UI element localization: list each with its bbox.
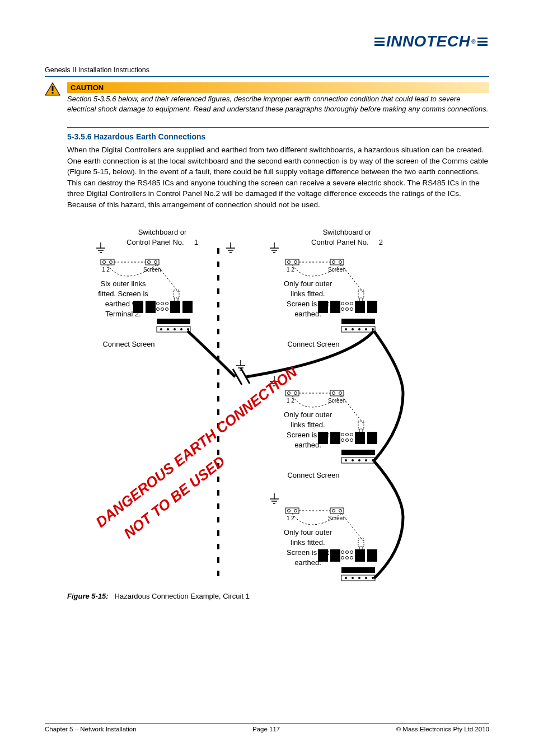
svg-rect-2 (52, 92, 54, 94)
svg-text:earthed.: earthed. (294, 558, 321, 567)
svg-text:Screen is not: Screen is not (287, 300, 329, 308)
svg-text:links fitted.: links fitted. (291, 421, 325, 429)
brand-logo: INNOTECH® (373, 32, 489, 50)
caution-text: Section 5-3.5.6 below, and their referen… (67, 93, 489, 114)
svg-text:Connect Screen: Connect Screen (102, 340, 154, 348)
hazardous-connection-diagram: 1 2 Screen Switchboard or Control Panel … (67, 226, 470, 584)
svg-text:Only four outer: Only four outer (284, 528, 332, 536)
svg-text:fitted. Screen is: fitted. Screen is (98, 290, 148, 298)
panel1-line1: Switchboard or (138, 228, 187, 236)
warning-icon (45, 82, 60, 96)
svg-text:earthed.: earthed. (294, 441, 321, 449)
registered-mark: ® (471, 39, 476, 45)
section-body: When the Digital Controllers are supplie… (67, 144, 489, 210)
svg-text:Screen is not: Screen is not (287, 431, 329, 439)
page-footer: Chapter 5 – Network Installation Page 11… (45, 723, 489, 732)
svg-rect-1 (52, 86, 54, 91)
footer-center: Page 117 (252, 726, 280, 732)
svg-text:Connect Screen: Connect Screen (287, 340, 339, 348)
panel2-line1: Switchboard or (323, 228, 372, 236)
svg-text:Control Panel No.2: Control Panel No.2 (311, 238, 383, 246)
footer-left: Chapter 5 – Network Installation (45, 726, 137, 732)
brand-text: INNOTECH (386, 32, 470, 50)
svg-text:earthed via: earthed via (105, 300, 142, 308)
footer-right: © Mass Electronics Pty Ltd 2010 (396, 726, 489, 732)
svg-text:Six outer links: Six outer links (101, 279, 146, 288)
svg-text:Only four outer: Only four outer (284, 279, 332, 288)
warning-dangerous: DANGEROUS EARTH CONNECTION (92, 363, 301, 531)
figure-label: Figure 5-15: (67, 592, 109, 600)
figure-5-15: 1 2 Screen Switchboard or Control Panel … (67, 226, 470, 586)
svg-text:earthed.: earthed. (294, 310, 321, 318)
doc-title: Genesis II Installation Instructions (45, 66, 489, 74)
header-rule (45, 76, 489, 77)
svg-text:Terminal 2.: Terminal 2. (105, 310, 141, 318)
caution-block: CAUTION Section 5-3.5.6 below, and their… (45, 82, 489, 114)
section-heading: 5-3.5.6 Hazardous Earth Connections (67, 132, 489, 141)
caution-label: CAUTION (67, 82, 489, 93)
figure-caption: Figure 5-15: Hazardous Connection Exampl… (67, 592, 489, 600)
logo-bars-left (374, 36, 385, 48)
svg-text:Only four outer: Only four outer (284, 410, 332, 419)
svg-text:links fitted.: links fitted. (291, 538, 325, 547)
figure-text: Hazardous Connection Example, Circuit 1 (115, 592, 250, 600)
section-rule (67, 127, 489, 128)
svg-text:links fitted.: links fitted. (291, 290, 325, 298)
svg-text:Screen is not: Screen is not (287, 548, 329, 557)
svg-text:Control Panel No.1: Control Panel No.1 (127, 238, 198, 246)
svg-text:Connect Screen: Connect Screen (287, 471, 339, 479)
logo-bars-right (477, 36, 488, 48)
